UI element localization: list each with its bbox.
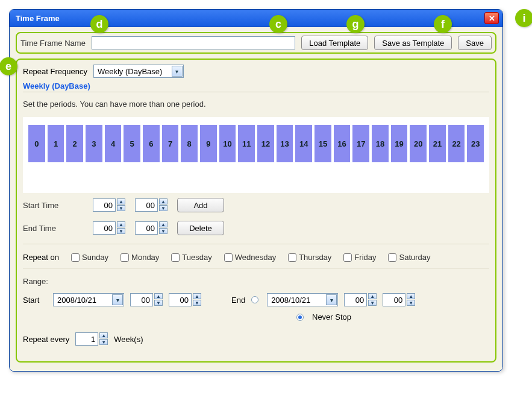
day-checkbox-sunday[interactable]: Sunday — [71, 253, 108, 262]
hour-cell-15[interactable]: 15 — [315, 125, 331, 162]
hour-cell-7[interactable]: 7 — [162, 125, 179, 162]
checkbox[interactable] — [120, 253, 129, 262]
day-label: Saturday — [399, 253, 430, 262]
chevron-up-icon[interactable]: ▲ — [159, 221, 167, 227]
day-label: Monday — [131, 253, 159, 262]
add-button[interactable]: Add — [177, 198, 224, 212]
hour-cell-6[interactable]: 6 — [143, 125, 160, 162]
hour-cell-11[interactable]: 11 — [238, 125, 255, 162]
window-title: Time Frame — [16, 14, 60, 23]
chevron-up-icon[interactable]: ▲ — [154, 293, 163, 299]
repeat-every-spinner[interactable]: ▲▼ — [75, 332, 108, 346]
chevron-up-icon[interactable]: ▲ — [117, 221, 125, 227]
time-frame-name-input[interactable] — [92, 36, 295, 49]
checkbox[interactable] — [343, 253, 352, 262]
hour-cell-9[interactable]: 9 — [200, 125, 217, 162]
day-checkbox-monday[interactable]: Monday — [120, 253, 159, 262]
chevron-up-icon[interactable]: ▲ — [368, 293, 377, 299]
delete-button[interactable]: Delete — [177, 221, 224, 235]
range-start-date-select[interactable]: 2008/10/21 ▾ — [53, 293, 124, 306]
range-end-hh-spinner[interactable]: ▲▼ — [344, 293, 377, 306]
window-titlebar[interactable]: Time Frame ✕ — [10, 10, 502, 27]
range-start-mm-spinner[interactable]: ▲▼ — [169, 293, 201, 306]
range-start-hh-spinner[interactable]: ▲▼ — [130, 293, 163, 306]
repeat-frequency-row: Repeat Frequency Weekly (DayBase) ▾ — [23, 65, 489, 78]
hour-cell-2[interactable]: 2 — [66, 125, 83, 162]
chevron-up-icon[interactable]: ▲ — [117, 198, 125, 204]
never-stop-radio[interactable] — [296, 314, 304, 321]
hour-cell-13[interactable]: 13 — [277, 125, 293, 162]
end-time-hh-spinner[interactable]: ▲▼ — [93, 221, 125, 235]
range-start-hh-input[interactable] — [130, 293, 153, 306]
hour-cell-5[interactable]: 5 — [124, 125, 140, 162]
hour-cell-0[interactable]: 0 — [28, 125, 45, 162]
start-time-mm-input[interactable] — [135, 198, 158, 212]
hour-cell-8[interactable]: 8 — [181, 125, 198, 162]
range-end-radio[interactable] — [251, 296, 258, 303]
hour-cell-4[interactable]: 4 — [105, 125, 122, 162]
save-as-template-button[interactable]: Save as Template — [374, 36, 452, 50]
range-end-mm-spinner[interactable]: ▲▼ — [383, 293, 415, 306]
chevron-up-icon[interactable]: ▲ — [159, 198, 167, 204]
end-time-hh-input[interactable] — [93, 221, 116, 235]
hour-cell-22[interactable]: 22 — [448, 125, 465, 162]
chevron-up-icon[interactable]: ▲ — [193, 293, 201, 299]
day-checkbox-saturday[interactable]: Saturday — [388, 253, 430, 262]
load-template-button[interactable]: Load Template — [301, 36, 368, 50]
chevron-down-icon[interactable]: ▼ — [117, 228, 125, 234]
chevron-down-icon[interactable]: ▼ — [99, 339, 108, 345]
start-time-hh-input[interactable] — [93, 198, 116, 212]
hour-cell-16[interactable]: 16 — [334, 125, 351, 162]
close-button[interactable]: ✕ — [484, 12, 499, 24]
hour-cell-14[interactable]: 14 — [295, 125, 312, 162]
hours-container: 01234567891011121314151617181920212223 — [23, 117, 489, 193]
range-end-hh-input[interactable] — [344, 293, 367, 306]
section-heading: Weekly (DayBase) — [23, 81, 489, 90]
chevron-down-icon[interactable]: ▼ — [368, 300, 377, 306]
end-time-mm-spinner[interactable]: ▲▼ — [135, 221, 167, 235]
end-time-mm-input[interactable] — [135, 221, 158, 235]
start-time-hh-spinner[interactable]: ▲▼ — [93, 198, 125, 212]
never-stop-row: Never Stop — [296, 312, 489, 322]
checkbox[interactable] — [388, 253, 396, 262]
repeat-frequency-select[interactable]: Weekly (DayBase) ▾ — [93, 65, 184, 78]
chevron-up-icon[interactable]: ▲ — [407, 293, 415, 299]
hour-cell-20[interactable]: 20 — [410, 125, 427, 162]
start-time-mm-spinner[interactable]: ▲▼ — [135, 198, 167, 212]
hour-cell-21[interactable]: 21 — [429, 125, 446, 162]
repeat-every-row: Repeat every ▲▼ Week(s) — [23, 332, 489, 346]
hour-cell-12[interactable]: 12 — [257, 125, 274, 162]
chevron-down-icon[interactable]: ▼ — [407, 300, 415, 306]
hour-cell-18[interactable]: 18 — [372, 125, 389, 162]
range-end-date-select[interactable]: 2008/10/21 ▾ — [267, 293, 338, 306]
chevron-down-icon[interactable]: ▼ — [193, 300, 201, 306]
repeat-every-input[interactable] — [75, 332, 98, 346]
checkbox[interactable] — [288, 253, 296, 262]
checkbox[interactable] — [171, 253, 180, 262]
chevron-down-icon[interactable]: ▼ — [159, 228, 167, 234]
day-checkbox-tuesday[interactable]: Tuesday — [171, 253, 211, 262]
range-end-mm-input[interactable] — [383, 293, 405, 306]
hour-cell-23[interactable]: 23 — [467, 125, 484, 162]
end-time-label: End Time — [23, 224, 83, 233]
hour-cell-1[interactable]: 1 — [48, 125, 64, 162]
checkbox[interactable] — [71, 253, 80, 262]
chevron-up-icon[interactable]: ▲ — [99, 332, 108, 338]
range-start-mm-input[interactable] — [169, 293, 192, 306]
hour-cell-3[interactable]: 3 — [86, 125, 102, 162]
day-checkbox-friday[interactable]: Friday — [343, 253, 376, 262]
range-row: Start 2008/10/21 ▾ ▲▼ ▲▼ End — [23, 293, 489, 306]
chevron-down-icon[interactable]: ▼ — [117, 205, 125, 211]
day-label: Wednesday — [235, 253, 276, 262]
day-checkbox-wednesday[interactable]: Wednesday — [224, 253, 276, 262]
checkbox[interactable] — [224, 253, 233, 262]
hour-cell-10[interactable]: 10 — [219, 125, 236, 162]
annotation-marker-e: e — [0, 57, 17, 75]
chevron-down-icon[interactable]: ▼ — [159, 205, 167, 211]
save-button[interactable]: Save — [458, 36, 492, 50]
settings-panel: Repeat Frequency Weekly (DayBase) ▾ Week… — [16, 59, 496, 363]
hour-cell-17[interactable]: 17 — [352, 125, 369, 162]
hour-cell-19[interactable]: 19 — [391, 125, 408, 162]
chevron-down-icon[interactable]: ▼ — [154, 300, 163, 306]
day-checkbox-thursday[interactable]: Thursday — [288, 253, 331, 262]
